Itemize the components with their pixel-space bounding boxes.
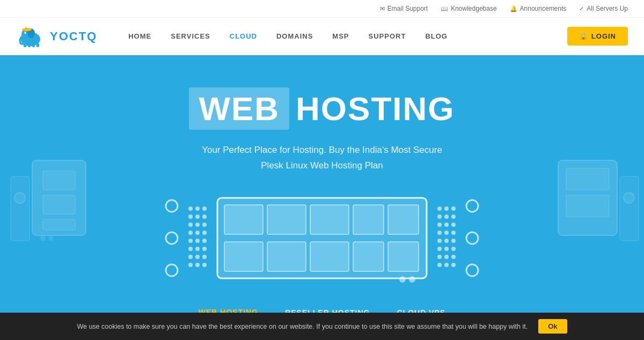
svg-rect-51 [224,205,263,234]
svg-point-36 [195,231,200,235]
svg-point-23 [166,200,178,212]
svg-point-83 [444,263,449,267]
svg-point-64 [437,215,442,219]
svg-point-37 [202,231,207,235]
svg-rect-11 [43,171,75,190]
svg-rect-59 [353,242,384,271]
check-icon: ✓ [579,5,584,12]
hero-title: WEB HOSTING [189,87,455,130]
svg-rect-52 [267,205,306,234]
svg-point-16 [40,235,46,241]
nav-home[interactable]: HOME [119,32,161,40]
svg-rect-13 [43,219,75,230]
hero-subtitle-line2: Plesk Linux Web Hosting Plan [261,160,383,171]
svg-point-47 [188,263,193,267]
cookie-ok-button[interactable]: Ok [538,319,567,334]
svg-point-41 [188,247,193,251]
login-label: LOGIN [591,32,616,40]
svg-rect-57 [267,242,306,271]
svg-point-35 [188,231,193,235]
svg-point-40 [202,239,207,243]
svg-rect-12 [43,195,75,214]
lock-icon: 🔒 [579,32,588,40]
svg-point-61 [437,206,442,211]
hero-subtitle-line1: Your Perfect Place for Hosting. Buy the … [202,145,442,155]
svg-point-3 [24,32,26,34]
server-illustration [161,190,483,286]
all-servers-up-label: All Servers Up [587,5,628,12]
announcements-label: Announcements [520,5,567,12]
hero-section: WEB HOSTING Your Perfect Place for Hosti… [0,55,644,340]
svg-point-27 [195,206,200,211]
svg-rect-6 [24,43,26,47]
svg-rect-7 [28,44,31,47]
svg-point-67 [437,223,442,227]
nav-support[interactable]: SUPPORT [359,32,416,40]
svg-point-87 [466,264,478,276]
email-icon: ✉ [380,5,385,12]
logo-svg [16,24,46,48]
book-icon: 📖 [441,5,448,12]
svg-point-72 [451,231,456,235]
svg-point-25 [166,264,178,276]
login-button[interactable]: 🔒 LOGIN [567,27,628,46]
svg-point-31 [202,215,207,219]
svg-rect-9 [36,43,39,47]
left-server-graphic [0,144,118,252]
knowledgebase-link[interactable]: 📖 Knowledgebase [441,5,496,12]
nav-cloud[interactable]: CLOUD [220,32,267,40]
top-bar: ✉ Email Support 📖 Knowledgebase 🔔 Announ… [0,0,644,18]
svg-point-43 [202,247,207,251]
svg-point-44 [188,255,193,259]
svg-point-69 [451,223,456,227]
svg-rect-60 [388,242,419,271]
svg-rect-56 [224,242,263,271]
nav-links: HOME SERVICES CLOUD DOMAINS MSP SUPPORT … [119,32,567,40]
svg-rect-58 [310,242,349,271]
svg-rect-21 [620,176,639,241]
cookie-bar: We use cookies to make sure you can have… [0,313,644,340]
svg-point-79 [437,255,442,259]
nav-domains[interactable]: DOMAINS [267,32,323,40]
svg-rect-8 [32,44,35,47]
svg-point-17 [48,235,54,241]
svg-point-34 [202,223,207,227]
svg-point-39 [195,239,200,243]
svg-point-81 [451,255,456,259]
hero-title-hosting: HOSTING [296,90,455,128]
svg-point-74 [444,239,449,243]
nav-blog[interactable]: BLOG [415,32,457,40]
svg-rect-14 [11,176,30,241]
svg-point-88 [399,276,406,283]
svg-point-73 [437,239,442,243]
svg-point-80 [444,255,449,259]
svg-point-82 [437,263,442,267]
right-server-graphic [537,144,644,252]
svg-point-42 [195,247,200,251]
svg-point-38 [188,239,193,243]
logo[interactable]: YOCTQ [16,24,97,48]
svg-rect-55 [388,205,419,234]
svg-point-70 [437,231,442,235]
svg-point-77 [444,247,449,251]
nav-msp[interactable]: MSP [323,32,358,40]
svg-point-30 [195,215,200,219]
svg-point-32 [188,223,193,227]
svg-point-85 [466,200,478,212]
svg-point-65 [444,215,449,219]
svg-point-89 [409,276,415,283]
svg-rect-19 [566,168,609,190]
bell-icon: 🔔 [510,5,517,12]
all-servers-up-link[interactable]: ✓ All Servers Up [579,5,628,12]
svg-point-24 [166,232,178,244]
nav-services[interactable]: SERVICES [161,32,220,40]
navbar: YOCTQ HOME SERVICES CLOUD DOMAINS MSP SU… [0,18,644,55]
announcements-link[interactable]: 🔔 Announcements [510,5,567,12]
cookie-message: We use cookies to make sure you can have… [77,323,528,330]
svg-point-76 [437,247,442,251]
email-support-link[interactable]: ✉ Email Support [380,5,428,12]
svg-point-84 [451,263,456,267]
svg-point-22 [624,193,634,203]
hero-subtitle: Your Perfect Place for Hosting. Buy the … [202,143,442,174]
svg-point-68 [444,223,449,227]
